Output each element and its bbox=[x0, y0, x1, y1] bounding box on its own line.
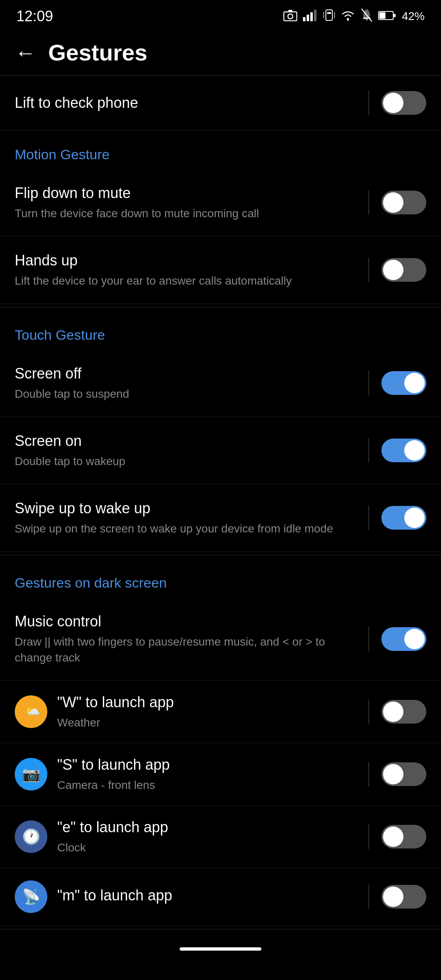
battery-percent: 42% bbox=[402, 10, 425, 23]
w-launch-toggle[interactable] bbox=[381, 700, 426, 724]
screen-off-title: Screen off bbox=[15, 364, 359, 383]
status-bar: 12:09 bbox=[0, 0, 441, 29]
notifications-off-icon bbox=[361, 8, 372, 25]
row-divider bbox=[368, 258, 369, 282]
music-control-row[interactable]: Music control Draw || with two fingers t… bbox=[0, 597, 441, 681]
hands-up-row[interactable]: Hands up Lift the device to your ear to … bbox=[0, 236, 441, 304]
svg-rect-0 bbox=[284, 12, 297, 21]
e-launch-toggle[interactable] bbox=[381, 825, 426, 849]
w-launch-row[interactable]: 🌤️ "W" to launch app Weather bbox=[0, 681, 441, 743]
svg-rect-17 bbox=[379, 12, 385, 19]
clock-icon: 🕐 bbox=[22, 828, 40, 845]
weather-app-icon: 🌤️ bbox=[15, 695, 47, 728]
svg-rect-14 bbox=[365, 19, 368, 20]
motion-gesture-section: Motion Gesture Flip down to mute Turn th… bbox=[0, 130, 441, 307]
screen-on-row[interactable]: Screen on Double tap to wakeup bbox=[0, 417, 441, 484]
swipe-wake-subtitle: Swipe up on the screen to wake up your d… bbox=[15, 521, 359, 537]
flip-down-content: Flip down to mute Turn the device face d… bbox=[15, 184, 368, 221]
row-divider bbox=[368, 91, 369, 115]
row-divider bbox=[368, 627, 369, 651]
w-launch-title: "W" to launch app bbox=[57, 693, 359, 712]
battery-icon bbox=[378, 9, 396, 23]
swipe-wake-toggle[interactable] bbox=[381, 506, 426, 530]
lift-to-check-title: Lift to check phone bbox=[15, 94, 359, 113]
weather-icon: 🌤️ bbox=[22, 703, 40, 720]
touch-gesture-section: Touch Gesture Screen off Double tap to s… bbox=[0, 311, 441, 555]
m-icon: 📡 bbox=[22, 888, 40, 905]
screen-on-subtitle: Double tap to wakeup bbox=[15, 453, 359, 469]
photo-icon bbox=[283, 9, 297, 24]
dark-screen-title: Gestures on dark screen bbox=[15, 575, 167, 590]
screen-off-toggle[interactable] bbox=[381, 371, 426, 395]
swipe-wake-content: Swipe up to wake up Swipe up on the scre… bbox=[15, 499, 368, 537]
status-icons: 42% bbox=[283, 8, 425, 25]
e-launch-content: "e" to launch app Clock bbox=[57, 818, 368, 855]
m-launch-content: "m" to launch app bbox=[57, 886, 368, 908]
row-divider bbox=[368, 824, 369, 849]
music-control-content: Music control Draw || with two fingers t… bbox=[15, 612, 368, 666]
wifi-icon bbox=[341, 9, 355, 24]
lift-to-check-toggle[interactable] bbox=[381, 91, 426, 115]
e-launch-row[interactable]: 🕐 "e" to launch app Clock bbox=[0, 806, 441, 868]
flip-down-title: Flip down to mute bbox=[15, 184, 359, 203]
flip-down-row[interactable]: Flip down to mute Turn the device face d… bbox=[0, 169, 441, 236]
row-divider bbox=[368, 884, 369, 909]
vibrate-icon bbox=[323, 8, 335, 25]
svg-rect-6 bbox=[314, 10, 316, 21]
row-divider bbox=[368, 762, 369, 786]
svg-rect-2 bbox=[288, 10, 292, 12]
svg-rect-13 bbox=[363, 18, 370, 19]
screen-off-row[interactable]: Screen off Double tap to suspend bbox=[0, 350, 441, 417]
s-launch-content: "S" to launch app Camera - front lens bbox=[57, 755, 368, 793]
svg-rect-8 bbox=[327, 12, 331, 14]
svg-rect-7 bbox=[326, 10, 332, 20]
row-divider bbox=[368, 506, 369, 530]
screen-off-subtitle: Double tap to suspend bbox=[15, 386, 359, 402]
s-launch-title: "S" to launch app bbox=[57, 755, 359, 775]
svg-rect-4 bbox=[307, 15, 309, 21]
m-launch-toggle[interactable] bbox=[381, 885, 426, 909]
w-launch-subtitle: Weather bbox=[57, 715, 359, 731]
hands-up-subtitle: Lift the device to your ear to answer ca… bbox=[15, 273, 359, 289]
music-control-subtitle: Draw || with two fingers to pause/resume… bbox=[15, 634, 359, 666]
status-time: 12:09 bbox=[16, 8, 53, 25]
svg-rect-16 bbox=[394, 14, 396, 17]
screen-off-content: Screen off Double tap to suspend bbox=[15, 364, 368, 402]
screen-on-toggle[interactable] bbox=[381, 439, 426, 462]
music-control-toggle[interactable] bbox=[381, 627, 426, 651]
home-indicator[interactable] bbox=[180, 947, 261, 951]
m-launch-row[interactable]: 📡 "m" to launch app bbox=[0, 868, 441, 926]
lift-to-check-row[interactable]: Lift to check phone bbox=[0, 76, 441, 130]
w-launch-content: "W" to launch app Weather bbox=[57, 693, 368, 731]
s-launch-toggle[interactable] bbox=[381, 762, 426, 786]
s-launch-row[interactable]: 📷 "S" to launch app Camera - front lens bbox=[0, 743, 441, 806]
signal-icon bbox=[303, 9, 318, 24]
s-launch-subtitle: Camera - front lens bbox=[57, 777, 359, 793]
motion-gesture-title: Motion Gesture bbox=[15, 147, 109, 162]
m-app-icon: 📡 bbox=[15, 880, 47, 913]
bottom-navigation bbox=[0, 933, 441, 965]
svg-point-1 bbox=[288, 14, 293, 19]
screen-on-title: Screen on bbox=[15, 432, 359, 451]
hands-up-toggle[interactable] bbox=[381, 258, 426, 282]
e-launch-subtitle: Clock bbox=[57, 840, 359, 855]
touch-gesture-title: Touch Gesture bbox=[15, 327, 105, 343]
swipe-wake-row[interactable]: Swipe up to wake up Swipe up on the scre… bbox=[0, 484, 441, 552]
dark-screen-section: Gestures on dark screen Music control Dr… bbox=[0, 559, 441, 929]
back-button[interactable]: ← bbox=[15, 42, 36, 63]
row-divider bbox=[368, 438, 369, 463]
page-title: Gestures bbox=[48, 39, 147, 66]
flip-down-subtitle: Turn the device face down to mute incomi… bbox=[15, 205, 359, 221]
flip-down-toggle[interactable] bbox=[381, 191, 426, 214]
hands-up-content: Hands up Lift the device to your ear to … bbox=[15, 251, 368, 289]
motion-gesture-header: Motion Gesture bbox=[0, 130, 441, 169]
row-divider bbox=[368, 699, 369, 724]
swipe-wake-title: Swipe up to wake up bbox=[15, 499, 359, 518]
row-divider bbox=[368, 190, 369, 215]
m-launch-title: "m" to launch app bbox=[57, 886, 359, 905]
dark-screen-header: Gestures on dark screen bbox=[0, 559, 441, 597]
e-launch-title: "e" to launch app bbox=[57, 818, 359, 837]
svg-point-11 bbox=[347, 18, 349, 20]
touch-gesture-header: Touch Gesture bbox=[0, 311, 441, 350]
music-control-title: Music control bbox=[15, 612, 359, 631]
